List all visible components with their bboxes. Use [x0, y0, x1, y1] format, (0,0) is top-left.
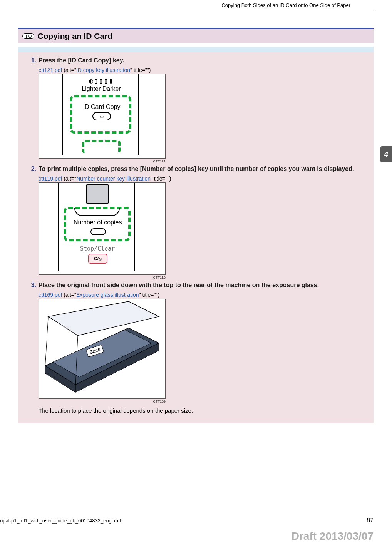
image-alt-text: Exposure glass illustration: [76, 292, 139, 298]
id-card-copy-label: ID Card Copy: [80, 104, 123, 110]
step-followup-text: The location to place the original depen…: [39, 407, 367, 414]
step-title: Place the original front side down with …: [39, 282, 367, 289]
steps-block: 1. Press the [ID Card Copy] key. ctt121.…: [18, 52, 374, 423]
chapter-tab: 4: [380, 146, 392, 162]
step-number: 2.: [25, 166, 36, 279]
tio-pill: TiO: [22, 33, 34, 39]
page-header: Copying Both Sides of an ID Card onto On…: [18, 0, 374, 12]
page-footer: opal-p1_mf1_wi-fi_user_guide_gb_00104832…: [0, 517, 392, 524]
step-number: 1.: [25, 57, 36, 163]
draft-stamp: Draft 2013/03/07: [291, 530, 374, 542]
step-2: 2. To print multiple copies, press the […: [25, 166, 367, 279]
step-1: 1. Press the [ID Card Copy] key. ctt121.…: [25, 57, 367, 163]
section-heading: TiO Copying an ID Card: [18, 28, 374, 43]
alt-prefix: (alt=": [62, 292, 76, 298]
alt-suffix: " title=""): [130, 67, 151, 73]
illustration-exposure-glass: Back: [39, 299, 166, 399]
section-title: Copying an ID Card: [37, 32, 112, 41]
page-number: 87: [367, 517, 374, 524]
image-alt-text: ID copy key illustration: [76, 67, 130, 73]
step-number: 3.: [25, 282, 36, 414]
image-file-link[interactable]: ctt121.pdf: [39, 67, 62, 73]
image-meta: ctt119.pdf (alt="Number counter key illu…: [39, 176, 367, 182]
svg-marker-4: [48, 301, 159, 336]
alt-suffix: " title=""): [139, 292, 159, 298]
stop-clear-label: Stop/Clear: [80, 245, 115, 252]
image-code: CTT121: [39, 159, 166, 163]
image-alt-text: Number counter key illustration: [76, 176, 151, 182]
copies-button-icon: [90, 228, 106, 235]
image-file-link[interactable]: ctt119.pdf: [39, 176, 62, 182]
alt-prefix: (alt=": [62, 176, 76, 182]
lighter-darker-label: Lighter Darker: [67, 85, 136, 92]
step-title: Press the [ID Card Copy] key.: [39, 57, 367, 64]
image-file-link[interactable]: ctt169.pdf: [39, 292, 62, 298]
image-meta: ctt169.pdf (alt="Exposure glass illustra…: [39, 292, 367, 298]
svg-line-5: [45, 316, 48, 366]
density-dots-icon: ◐▯▯▯▮: [67, 77, 136, 85]
alt-prefix: (alt=": [62, 67, 76, 73]
content-area: TiO Copying an ID Card 1. Press the [ID …: [0, 12, 392, 426]
step-title: To print multiple copies, press the [Num…: [39, 166, 367, 172]
step-3: 3. Place the original front side down wi…: [25, 282, 367, 414]
alt-suffix: " title=""): [151, 176, 171, 182]
image-meta: ctt121.pdf (alt="ID copy key illustratio…: [39, 67, 367, 73]
stop-clear-button-icon: C/⦸: [88, 254, 107, 264]
separator-bar: [18, 47, 374, 52]
illustration-id-card-copy: ◐▯▯▯▮ Lighter Darker ID Card Copy ▭: [39, 74, 166, 159]
illustration-number-of-copies: Number of copies Stop/Clear C/⦸: [39, 182, 166, 275]
breadcrumb: Copying Both Sides of an ID Card onto On…: [221, 2, 350, 8]
id-card-copy-button-icon: ▭: [92, 112, 111, 120]
image-code: CTT169: [39, 400, 166, 403]
image-code: CTT119: [39, 276, 166, 279]
display-screen-icon: [86, 184, 109, 204]
partial-outline-icon: [82, 140, 121, 154]
arc-icon: [74, 208, 120, 216]
source-filename: opal-p1_mf1_wi-fi_user_guide_gb_00104832…: [0, 518, 121, 524]
number-of-copies-label: Number of copies: [74, 219, 122, 226]
